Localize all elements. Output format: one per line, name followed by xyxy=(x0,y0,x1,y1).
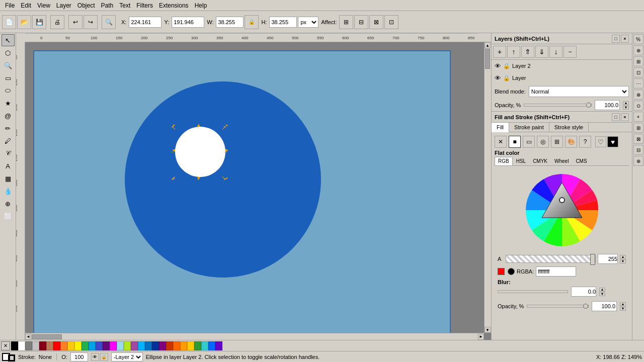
fs-opacity-input[interactable] xyxy=(592,301,617,311)
scroll-thumb-v[interactable] xyxy=(485,49,490,69)
palette-color-amber[interactable] xyxy=(180,341,187,350)
affect-btn2[interactable]: ⊟ xyxy=(354,15,368,29)
fs-opacity-down[interactable]: ▼ xyxy=(620,307,626,311)
layer2-visible-icon[interactable]: 👁 xyxy=(495,62,501,70)
drawing-canvas[interactable]: ↖ ↑ ↗ → ↘ ↓ xyxy=(33,50,451,333)
fill-flat-btn[interactable]: ■ xyxy=(509,136,521,148)
palette-color-lightgray[interactable] xyxy=(32,341,39,350)
y-input[interactable] xyxy=(172,17,204,28)
menu-object[interactable]: Object xyxy=(74,1,98,10)
palette-color-white[interactable] xyxy=(18,341,25,350)
palette-color-brown[interactable] xyxy=(46,341,53,350)
color-tab-wheel[interactable]: Wheel xyxy=(551,157,572,165)
fill-stroke-close-btn[interactable]: × xyxy=(621,113,629,121)
fs-opacity-slider[interactable] xyxy=(527,305,589,308)
print-button[interactable]: 🖨 xyxy=(50,15,64,29)
star-tool[interactable]: ★ xyxy=(2,97,15,109)
menu-help[interactable]: Help xyxy=(192,1,210,10)
palette-color-yellow[interactable] xyxy=(74,341,82,350)
ellipse-tool[interactable]: ⬭ xyxy=(2,84,15,97)
blur-down[interactable]: ▼ xyxy=(599,292,605,296)
affect-btn1[interactable]: ⊞ xyxy=(339,15,353,29)
blur-input[interactable] xyxy=(571,287,596,297)
affect-btn4[interactable]: ⊡ xyxy=(384,15,398,29)
select-tool[interactable]: ↖ xyxy=(2,34,15,46)
lock-btn[interactable]: 🔒 xyxy=(100,353,108,361)
palette-color-burnt[interactable] xyxy=(166,341,173,350)
palette-color-lime[interactable] xyxy=(124,341,131,350)
node-tool[interactable]: ⬡ xyxy=(2,47,15,59)
menu-file[interactable]: File xyxy=(2,1,18,10)
menu-layer[interactable]: Layer xyxy=(53,1,74,10)
palette-color-darkred[interactable] xyxy=(39,341,46,350)
palette-color-purple[interactable] xyxy=(103,341,110,350)
palette-color-gold[interactable] xyxy=(67,341,74,350)
menu-edit[interactable]: Edit xyxy=(18,1,34,10)
color-wheel[interactable] xyxy=(522,170,602,250)
scroll-down-btn[interactable]: ▼ xyxy=(485,327,491,333)
snap-btn-3[interactable]: ⊞ xyxy=(633,56,643,66)
dropper-tool[interactable]: 💧 xyxy=(2,185,15,197)
fs-opacity-up[interactable]: ▲ xyxy=(620,302,626,306)
opacity-up[interactable]: ▲ xyxy=(623,101,629,105)
layers-opacity-slider[interactable] xyxy=(524,104,592,107)
layer-row-2[interactable]: 👁 🔒 Layer 2 xyxy=(492,60,632,72)
fill-heart-btn[interactable]: ♡ xyxy=(595,136,606,147)
color-tab-hsl[interactable]: HSL xyxy=(513,157,529,165)
blur-slider[interactable] xyxy=(498,290,568,293)
move-selection-down-btn[interactable]: ⇓ xyxy=(535,46,548,58)
snap-btn-9[interactable]: ⊞ xyxy=(633,123,643,133)
tab-stroke-style[interactable]: Stroke style xyxy=(549,123,589,132)
palette-color-forest[interactable] xyxy=(194,341,201,350)
snap-btn-1[interactable]: % xyxy=(633,34,643,44)
menu-filters[interactable]: Filters xyxy=(133,1,156,10)
delete-layer-btn[interactable]: − xyxy=(564,46,577,58)
scroll-thumb-h[interactable] xyxy=(32,334,62,339)
snap-btn-11[interactable]: ⊟ xyxy=(633,145,643,155)
w-input[interactable] xyxy=(216,17,244,28)
menu-view[interactable]: View xyxy=(34,1,53,10)
snap-btn-12[interactable]: ⊕ xyxy=(633,156,643,166)
layer-select[interactable]: -Layer 2 -Layer xyxy=(111,352,143,361)
h-input[interactable] xyxy=(269,17,297,28)
new-button[interactable]: 📄 xyxy=(2,15,16,29)
spiral-tool[interactable]: @ xyxy=(2,110,15,122)
pen-tool[interactable]: 🖊 xyxy=(2,135,15,147)
canvas-scroll[interactable]: ↖ ↑ ↗ → ↘ ↓ xyxy=(25,42,491,340)
layer1-visible-icon[interactable]: 👁 xyxy=(495,74,501,82)
layer1-lock-icon[interactable]: 🔒 xyxy=(503,75,510,81)
palette-color-cobalt[interactable] xyxy=(145,341,152,350)
fill-radial-btn[interactable]: ◎ xyxy=(537,136,549,148)
snap-btn-6[interactable]: ⊗ xyxy=(633,89,643,100)
fill-linear-btn[interactable]: ▭ xyxy=(523,136,535,148)
redo-button[interactable]: ↪ xyxy=(84,15,98,29)
save-button[interactable]: 💾 xyxy=(32,15,46,29)
fill-pattern-btn[interactable]: ⊞ xyxy=(551,136,563,148)
palette-color-tangerine[interactable] xyxy=(173,341,180,350)
palette-color-green[interactable] xyxy=(82,341,89,350)
palette-color-navy[interactable] xyxy=(152,341,159,350)
fill-heart-filled-btn[interactable]: ♥ xyxy=(607,136,618,147)
palette-color-grape[interactable] xyxy=(159,341,166,350)
fill-none-btn[interactable]: ✕ xyxy=(495,136,507,148)
palette-color-violet[interactable] xyxy=(131,341,138,350)
snap-btn-2[interactable]: ⊕ xyxy=(633,45,643,55)
vertical-scrollbar[interactable]: ▲ ▼ xyxy=(484,42,491,333)
open-button[interactable]: 📂 xyxy=(17,15,31,29)
palette-color-teal[interactable] xyxy=(201,341,208,350)
x-input[interactable] xyxy=(129,17,162,28)
scroll-right-btn[interactable]: ► xyxy=(478,334,484,340)
units-select[interactable]: px mm cm in xyxy=(298,17,318,28)
no-paint-btn[interactable]: ✕ xyxy=(1,341,10,350)
layer2-lock-icon[interactable]: 🔒 xyxy=(503,63,510,69)
gradient-tool[interactable]: ▦ xyxy=(2,172,15,185)
layers-expand-btn[interactable]: □ xyxy=(612,35,620,43)
pencil-tool[interactable]: ✏ xyxy=(2,122,15,134)
opacity-down[interactable]: ▼ xyxy=(623,106,629,110)
undo-button[interactable]: ↩ xyxy=(68,15,83,29)
calligraphy-tool[interactable]: 𝒞 xyxy=(2,147,15,159)
menu-extensions[interactable]: Extensions xyxy=(156,1,192,10)
palette-color-indigo[interactable] xyxy=(215,341,222,350)
alpha-down[interactable]: ▼ xyxy=(620,259,626,263)
move-layer-up-btn[interactable]: ↑ xyxy=(507,46,520,58)
